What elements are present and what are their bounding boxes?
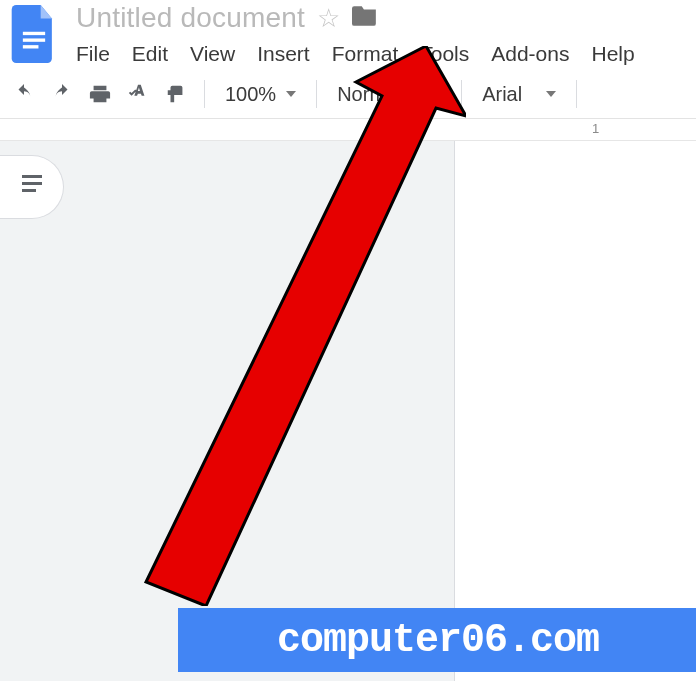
docs-logo[interactable]: [6, 6, 62, 62]
menu-insert[interactable]: Insert: [257, 40, 310, 68]
spellcheck-button[interactable]: [122, 80, 154, 108]
document-title[interactable]: Untitled document: [76, 2, 305, 34]
style-dropdown[interactable]: Normal: [329, 83, 449, 106]
svg-rect-4: [22, 182, 42, 185]
print-button[interactable]: [84, 80, 116, 108]
style-value: Normal: [337, 83, 401, 106]
zoom-dropdown[interactable]: 100%: [217, 83, 304, 106]
menu-bar: File Edit View Insert Format Tools Add-o…: [76, 40, 635, 68]
svg-rect-5: [22, 189, 36, 192]
svg-rect-3: [22, 175, 42, 178]
watermark-text: computer06.com: [277, 618, 599, 663]
zoom-value: 100%: [225, 83, 276, 106]
caret-icon: [546, 91, 556, 97]
document-page[interactable]: [454, 141, 696, 681]
folder-icon[interactable]: [352, 4, 378, 32]
menu-view[interactable]: View: [190, 40, 235, 68]
menu-help[interactable]: Help: [591, 40, 634, 68]
menu-file[interactable]: File: [76, 40, 110, 68]
separator: [576, 80, 577, 108]
svg-rect-0: [23, 32, 45, 35]
outline-toggle[interactable]: [0, 155, 64, 219]
ruler: 1: [0, 119, 696, 141]
document-canvas: [0, 141, 696, 681]
toolbar: 100% Normal Arial: [0, 68, 696, 119]
paint-format-button[interactable]: [160, 80, 192, 108]
caret-icon: [286, 91, 296, 97]
menu-edit[interactable]: Edit: [132, 40, 168, 68]
undo-button[interactable]: [8, 80, 40, 108]
svg-rect-1: [23, 38, 45, 41]
star-icon[interactable]: ☆: [317, 3, 340, 34]
watermark: computer06.com: [178, 608, 696, 672]
separator: [316, 80, 317, 108]
svg-rect-2: [23, 45, 39, 48]
menu-addons[interactable]: Add-ons: [491, 40, 569, 68]
font-dropdown[interactable]: Arial: [474, 83, 564, 106]
outline-icon: [20, 173, 44, 201]
caret-icon: [431, 91, 441, 97]
separator: [461, 80, 462, 108]
separator: [204, 80, 205, 108]
ruler-mark-1: 1: [592, 121, 599, 136]
menu-tools[interactable]: Tools: [420, 40, 469, 68]
redo-button[interactable]: [46, 80, 78, 108]
menu-format[interactable]: Format: [332, 40, 399, 68]
font-value: Arial: [482, 83, 522, 106]
